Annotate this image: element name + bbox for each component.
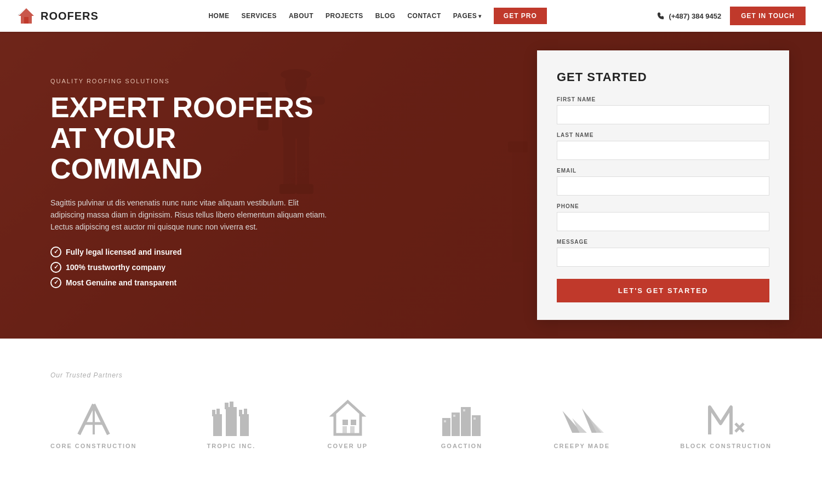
feature-3: ✓ Most Genuine and transparent xyxy=(50,277,329,288)
partner-logo-creepymade xyxy=(560,399,604,437)
partner-coverup: COVER UP xyxy=(326,399,369,449)
contact-form-card: GET STARTED FIRST NAME LAST NAME EMAIL P… xyxy=(537,50,789,320)
svg-rect-32 xyxy=(342,426,347,434)
nav-contact[interactable]: CONTACT xyxy=(407,12,441,20)
partners-grid: CORE CONSTRUCTION TROPIC INC. xyxy=(50,399,772,449)
partner-logo-block xyxy=(704,399,748,437)
hero-subtitle: QUALITY ROOFING SOLUTIONS xyxy=(50,78,329,84)
svg-rect-21 xyxy=(212,410,215,416)
check-icon-2: ✓ xyxy=(50,262,61,273)
last-name-label: LAST NAME xyxy=(557,132,769,138)
first-name-input[interactable] xyxy=(557,105,769,124)
partner-logo-goaction xyxy=(439,399,483,437)
check-icon-3: ✓ xyxy=(50,277,61,288)
hero-features: ✓ Fully legal licensed and insured ✓ 100… xyxy=(50,247,329,288)
partner-core: CORE CONSTRUCTION xyxy=(50,399,136,449)
first-name-label: FIRST NAME xyxy=(557,96,769,102)
svg-rect-1 xyxy=(24,17,28,24)
get-touch-button[interactable]: GET IN TOUCH xyxy=(730,7,806,25)
partner-name-creepymade: CREEPY MADE xyxy=(554,443,610,449)
email-input[interactable] xyxy=(557,176,769,196)
check-icon-1: ✓ xyxy=(50,247,61,257)
partners-section: Our Trusted Partners CORE CONSTRUCTION xyxy=(0,339,822,482)
svg-rect-31 xyxy=(351,420,356,425)
logo-icon xyxy=(16,6,36,26)
message-group: MESSAGE xyxy=(557,239,769,267)
nav-projects[interactable]: PROJECTS xyxy=(326,12,363,20)
nav-blog[interactable]: BLOG xyxy=(375,12,396,20)
partner-name-tropic: TROPIC INC. xyxy=(207,443,256,449)
svg-rect-35 xyxy=(452,413,460,436)
svg-rect-22 xyxy=(216,409,220,416)
partner-name-coverup: COVER UP xyxy=(328,443,368,449)
phone-number: (+487) 384 9452 xyxy=(669,12,721,20)
nav-links: HOME SERVICES ABOUT PROJECTS BLOG CONTAC… xyxy=(208,8,546,24)
svg-rect-23 xyxy=(226,407,237,436)
phone-icon xyxy=(657,12,665,20)
nav-about[interactable]: ABOUT xyxy=(289,12,313,20)
svg-rect-40 xyxy=(463,409,465,411)
svg-rect-33 xyxy=(350,426,355,434)
svg-line-17 xyxy=(94,404,109,434)
hero-section: QUALITY ROOFING SOLUTIONS EXPERT ROOFERS… xyxy=(0,32,822,339)
get-pro-button[interactable]: GET PRO xyxy=(494,8,547,24)
svg-rect-24 xyxy=(225,403,229,409)
svg-rect-38 xyxy=(444,420,446,422)
form-title: GET STARTED xyxy=(557,70,769,84)
phone-group: PHONE xyxy=(557,203,769,231)
svg-rect-20 xyxy=(213,414,222,436)
svg-rect-28 xyxy=(244,409,247,416)
svg-rect-34 xyxy=(442,418,450,436)
hero-title: EXPERT ROOFERS AT YOUR COMMAND xyxy=(50,92,329,184)
partner-logo-core xyxy=(72,399,116,437)
partner-goaction: GOACTION xyxy=(439,399,483,449)
svg-rect-25 xyxy=(230,402,233,409)
partner-name-core: CORE CONSTRUCTION xyxy=(50,443,136,449)
svg-rect-36 xyxy=(461,407,471,436)
partner-block: Block Construction xyxy=(680,399,772,449)
svg-rect-27 xyxy=(239,410,242,416)
partners-label: Our Trusted Partners xyxy=(50,371,772,379)
feature-2: ✓ 100% trustworthy company xyxy=(50,262,329,273)
svg-rect-30 xyxy=(342,420,348,425)
nav-pages[interactable]: PAGES xyxy=(453,12,482,20)
email-label: EMAIL xyxy=(557,168,769,174)
logo[interactable]: ROOFERS xyxy=(16,6,99,26)
last-name-group: LAST NAME xyxy=(557,132,769,160)
feature-1: ✓ Fully legal licensed and insured xyxy=(50,247,329,257)
logo-text: ROOFERS xyxy=(41,10,99,22)
message-input[interactable] xyxy=(557,248,769,267)
nav-phone: (+487) 384 9452 xyxy=(657,12,721,20)
nav-services[interactable]: SERVICES xyxy=(241,12,276,20)
partner-name-block: Block Construction xyxy=(680,443,772,449)
partner-tropic: TROPIC INC. xyxy=(207,399,256,449)
last-name-input[interactable] xyxy=(557,141,769,160)
submit-button[interactable]: LET'S GET STARTED xyxy=(557,279,769,302)
email-group: EMAIL xyxy=(557,168,769,196)
nav-home[interactable]: HOME xyxy=(208,12,229,20)
svg-marker-29 xyxy=(333,402,363,434)
navbar: ROOFERS HOME SERVICES ABOUT PROJECTS BLO… xyxy=(0,0,822,32)
hero-description: Sagittis pulvinar ut dis venenatis nunc … xyxy=(50,197,329,233)
partner-logo-tropic xyxy=(209,399,253,437)
svg-rect-26 xyxy=(240,414,249,436)
svg-rect-39 xyxy=(453,415,455,417)
first-name-group: FIRST NAME xyxy=(557,96,769,124)
nav-right: (+487) 384 9452 GET IN TOUCH xyxy=(657,7,806,25)
svg-line-16 xyxy=(79,404,94,434)
svg-rect-37 xyxy=(472,415,481,436)
svg-rect-41 xyxy=(473,417,476,420)
partner-name-goaction: GOACTION xyxy=(441,443,482,449)
phone-input[interactable] xyxy=(557,212,769,231)
message-label: MESSAGE xyxy=(557,239,769,245)
hero-content: QUALITY ROOFING SOLUTIONS EXPERT ROOFERS… xyxy=(0,45,362,325)
partner-creepymade: CREEPY MADE xyxy=(554,399,610,449)
partner-logo-coverup xyxy=(326,399,369,437)
phone-label: PHONE xyxy=(557,203,769,209)
